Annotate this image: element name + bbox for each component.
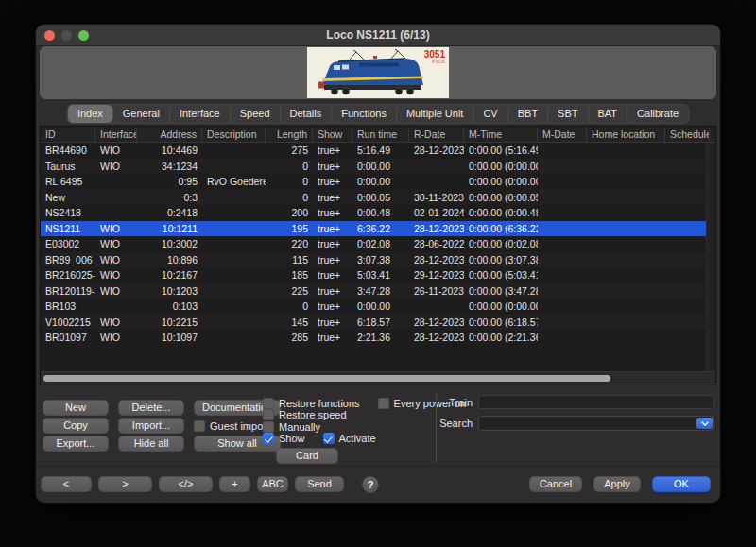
cell-show: true+: [313, 143, 352, 159]
delete-button[interactable]: Delete...: [118, 400, 184, 416]
tab-sbt[interactable]: SBT: [547, 105, 587, 123]
cell-m-date: [538, 236, 587, 252]
cell-run-time: 0:00.05: [352, 190, 409, 206]
table-row-ns2418[interactable]: NS24180:2418200true+0:00.4802-01-20240:0…: [41, 205, 707, 221]
column-header-r-date[interactable]: R-Date: [409, 127, 464, 142]
box-art-number: 3051: [424, 49, 446, 60]
action-buttons: New Delete... Documentation Copy Import.…: [43, 400, 281, 452]
add-button[interactable]: +: [219, 476, 250, 492]
train-input[interactable]: [478, 395, 714, 409]
window-title: Loco NS1211 (6/13): [36, 25, 720, 45]
prev-button[interactable]: <: [41, 476, 92, 492]
guest-import-label: Guest import: [210, 420, 269, 432]
abc-button[interactable]: ABC: [257, 476, 288, 492]
table-row-rl-6495[interactable]: RL 64950:95RvO Goederen0true+0:00.000:00…: [41, 174, 707, 190]
cell-home-location: [587, 236, 665, 252]
tab-bat[interactable]: BAT: [588, 105, 627, 123]
nav-buttons: <></>+ABCSend: [41, 476, 344, 492]
help-button[interactable]: ?: [362, 476, 379, 493]
cell-schedule: [665, 205, 707, 221]
new-button[interactable]: New: [43, 400, 109, 416]
cell-m-date: [538, 299, 587, 315]
tab-speed[interactable]: Speed: [230, 105, 280, 123]
column-header-home-location[interactable]: Home location: [587, 127, 665, 142]
cell-r-date: 28-12-2023: [409, 315, 464, 331]
cell-r-date: [409, 159, 464, 175]
tab-index[interactable]: Index: [68, 105, 112, 123]
cell-id: BR216025-7: [41, 267, 95, 283]
horizontal-scrollbar[interactable]: [41, 371, 715, 385]
cell-home-location: [587, 252, 665, 268]
restore-speed-option: Restore speed: [263, 409, 347, 420]
tab-multiple-unit[interactable]: Multiple Unit: [396, 105, 473, 123]
horizontal-scrollbar-thumb[interactable]: [43, 375, 610, 382]
card-button[interactable]: Card: [276, 448, 338, 464]
cell-length: 0: [266, 299, 313, 315]
cell-address: 10:1203: [137, 283, 202, 299]
hide-all-button[interactable]: Hide all: [118, 436, 184, 452]
vertical-scrollbar[interactable]: [706, 143, 715, 372]
cell-m-date: [538, 221, 587, 237]
copy-button[interactable]: Copy: [43, 418, 109, 434]
cell-description: [202, 252, 266, 268]
table-row-br103[interactable]: BR1030:1030true+0:00.000:00.00 (0:00.00): [41, 299, 707, 315]
tab-functions[interactable]: Functions: [331, 105, 396, 123]
cell-length: 0: [266, 174, 313, 190]
send-button[interactable]: Send: [295, 476, 344, 492]
tab-details[interactable]: Details: [280, 105, 332, 123]
cancel-button[interactable]: Cancel: [529, 476, 582, 492]
show-checkbox[interactable]: [263, 433, 274, 444]
table-row-e03002[interactable]: E03002WIO10:3002220true+0:02.0828-06-202…: [41, 236, 707, 252]
cell-m-time: 0:00.00 (0:02.08): [464, 236, 538, 252]
guest-import-checkbox[interactable]: [194, 420, 205, 432]
search-combobox[interactable]: [478, 416, 714, 431]
ok-button[interactable]: OK: [652, 476, 711, 492]
tab-general[interactable]: General: [112, 105, 169, 123]
cell-m-time: 0:00.00 (0:00.48): [464, 205, 538, 221]
cell-length: 285: [266, 330, 313, 346]
column-header-run-time[interactable]: Run time: [352, 127, 409, 142]
cell-id: BR120119-3: [41, 283, 95, 299]
tab-cv[interactable]: CV: [472, 105, 507, 123]
cell-schedule: [665, 159, 707, 175]
cell-interface-id: WIO: [95, 283, 137, 299]
every-power-on-checkbox[interactable]: [378, 398, 389, 409]
table-row-new[interactable]: New0:30true+0:00.0530-11-20230:00.00 (0:…: [41, 190, 707, 206]
restore-speed-checkbox[interactable]: [263, 409, 274, 420]
cell-interface-id: [95, 174, 137, 190]
cell-description: [202, 315, 266, 331]
cell-m-date: [538, 330, 587, 346]
export-button[interactable]: Export...: [43, 436, 109, 452]
column-header-m-time[interactable]: M-Time: [464, 127, 538, 142]
apply-button[interactable]: Apply: [593, 476, 641, 492]
column-header-description[interactable]: Description: [202, 127, 266, 142]
table-row-ns1211[interactable]: NS1211WIO10:1211195true+6:36.2228-12-202…: [41, 221, 707, 237]
search-dropdown-button[interactable]: [696, 418, 713, 429]
column-header-m-date[interactable]: M-Date: [538, 127, 587, 142]
table-row-br44690[interactable]: BR44690WIO10:4469275true+5:16.4928-12-20…: [41, 143, 707, 159]
column-header-length[interactable]: Length: [266, 127, 313, 142]
cell-interface-id: WIO: [95, 315, 137, 331]
manually-checkbox[interactable]: [263, 421, 274, 433]
column-header-show[interactable]: Show: [313, 127, 352, 142]
table-row-taurus[interactable]: TaurusWIO34:12340true+0:00.000:00.00 (0:…: [41, 159, 707, 175]
table-row-br120119-3[interactable]: BR120119-3WIO10:1203225true+3:47.2826-11…: [41, 283, 707, 299]
cell-schedule: [665, 315, 707, 331]
column-header-interface-id[interactable]: Interface ID: [95, 127, 137, 142]
restore-functions-checkbox[interactable]: [263, 398, 274, 409]
cell-r-date: [409, 299, 464, 315]
import-button[interactable]: Import...: [118, 418, 184, 434]
next-button[interactable]: >: [98, 476, 152, 492]
table-row-br89-006[interactable]: BR89_006WIO10:896115true+3:07.3828-12-20…: [41, 252, 707, 268]
table-row-br216025-7[interactable]: BR216025-7WIO10:2167185true+5:03.4129-12…: [41, 267, 707, 283]
activate-checkbox[interactable]: [323, 433, 335, 444]
table-row-br01097[interactable]: BR01097WIO10:1097285true+2:21.3628-12-20…: [41, 330, 707, 346]
table-row-v1002215[interactable]: V1002215WIO10:2215145true+6:18.5728-12-2…: [41, 315, 707, 331]
column-header-id[interactable]: ID: [41, 127, 95, 142]
tab-calibrate[interactable]: Calibrate: [627, 105, 688, 123]
column-header-address[interactable]: Address: [137, 127, 202, 142]
tab-bbt[interactable]: BBT: [507, 105, 547, 123]
column-header-schedule[interactable]: Schedule: [665, 127, 710, 142]
xml-button[interactable]: </>: [159, 476, 213, 492]
tab-interface[interactable]: Interface: [169, 105, 230, 123]
